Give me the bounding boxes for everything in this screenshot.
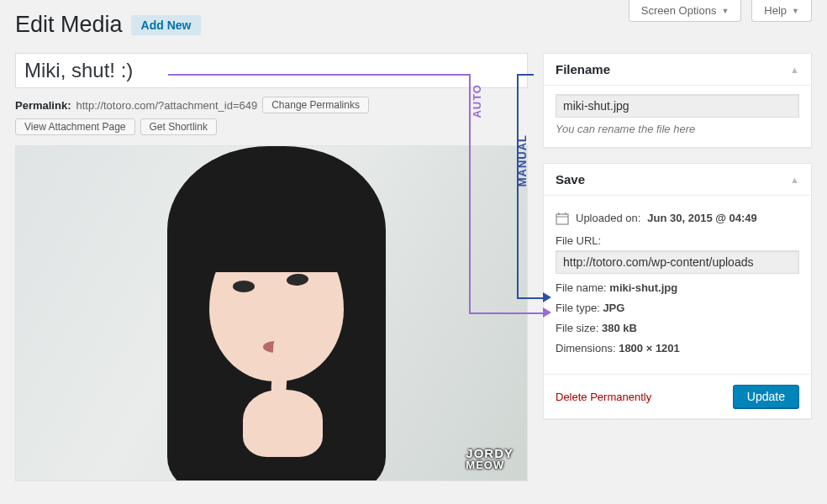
help-button[interactable]: Help ▼ — [751, 0, 812, 22]
attachment-image: JORDYMEOW — [15, 145, 528, 481]
screen-options-label: Screen Options — [641, 4, 717, 17]
collapse-icon[interactable]: ▲ — [790, 175, 799, 185]
filename-hint: You can rename the file here — [556, 123, 799, 135]
file-size-value: 380 kB — [602, 322, 637, 334]
file-url-input[interactable] — [556, 250, 799, 274]
annotation-manual-label: MANUAL — [516, 134, 529, 186]
chevron-down-icon: ▼ — [792, 7, 799, 15]
collapse-icon[interactable]: ▲ — [790, 65, 799, 75]
uploaded-label: Uploaded on: — [576, 212, 640, 224]
filename-heading: Filename — [556, 62, 610, 76]
annotation-auto-label: AUTO — [471, 84, 483, 118]
permalink-url: http://totoro.com/?attachment_id=649 — [76, 99, 257, 112]
filename-panel: Filename ▲ You can rename the file here — [543, 53, 812, 148]
annotation-auto-arrowhead-icon — [543, 307, 551, 318]
top-options: Screen Options ▼ Help ▼ — [629, 0, 812, 22]
dimensions-label: Dimensions: — [556, 342, 616, 354]
title-input[interactable] — [15, 53, 528, 88]
filename-input[interactable] — [556, 94, 799, 118]
change-permalinks-button[interactable]: Change Permalinks — [262, 97, 369, 113]
file-size-label: File size: — [556, 322, 598, 334]
get-shortlink-button[interactable]: Get Shortlink — [140, 118, 217, 135]
uploaded-value: Jun 30, 2015 @ 04:49 — [647, 212, 756, 224]
add-new-button[interactable]: Add New — [131, 15, 202, 35]
watermark-text: JORDYMEOW — [466, 447, 514, 470]
save-panel: Save ▲ Uploaded on: Jun 30, 2015 @ 04:49… — [543, 163, 812, 419]
svg-rect-0 — [556, 214, 568, 224]
page-title: Edit Media — [15, 12, 123, 38]
screen-options-button[interactable]: Screen Options ▼ — [629, 0, 742, 22]
file-type-label: File type: — [556, 302, 600, 314]
file-url-label: File URL: — [556, 234, 799, 247]
file-name-value: miki-shut.jpg — [609, 281, 677, 294]
save-heading: Save — [556, 172, 585, 186]
delete-permanently-link[interactable]: Delete Permanently — [556, 391, 651, 403]
view-attachment-button[interactable]: View Attachment Page — [15, 118, 135, 135]
file-type-value: JPG — [603, 302, 624, 314]
file-name-label: File name: — [556, 281, 607, 294]
dimensions-value: 1800 × 1201 — [619, 342, 680, 354]
help-label: Help — [764, 4, 787, 17]
chevron-down-icon: ▼ — [721, 7, 729, 15]
calendar-icon — [556, 212, 569, 224]
annotation-manual-arrowhead-icon — [543, 292, 551, 302]
permalink-label: Permalink: — [15, 99, 71, 112]
update-button[interactable]: Update — [733, 385, 799, 408]
